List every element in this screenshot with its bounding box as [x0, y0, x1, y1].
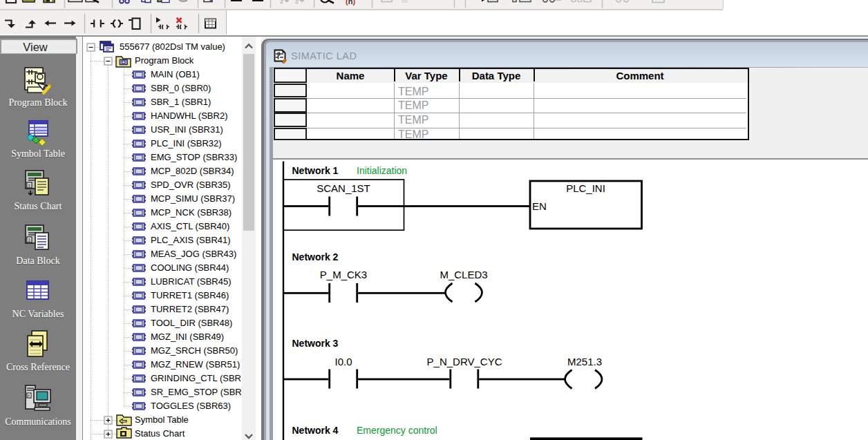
svg-text:P_M_CK3: P_M_CK3: [319, 269, 366, 280]
svg-text:Network 2: Network 2: [292, 251, 338, 262]
svg-text:M251.3: M251.3: [567, 355, 601, 367]
svg-text:Network 3: Network 3: [292, 338, 338, 349]
svg-text:SCAN_1ST: SCAN_1ST: [317, 182, 370, 193]
svg-text:8: 8: [28, 238, 31, 242]
svg-text:2: 2: [280, 0, 283, 5]
svg-text:M_CLED3: M_CLED3: [440, 269, 487, 280]
svg-text:(n): (n): [346, 0, 355, 6]
svg-text:EN: EN: [532, 200, 547, 211]
svg-text:Network 4: Network 4: [292, 425, 338, 436]
svg-text:Emergency control: Emergency control: [357, 425, 437, 436]
svg-text:2: 2: [295, 0, 299, 5]
svg-text:Network 1: Network 1: [292, 164, 338, 175]
svg-text:PLC_INI: PLC_INI: [566, 182, 605, 193]
svg-text:8: 8: [28, 183, 31, 188]
svg-text:55: 55: [402, 0, 408, 4]
svg-text:I0.0: I0.0: [334, 355, 352, 367]
svg-text:Initialization: Initialization: [357, 164, 407, 175]
svg-text:P_N_DRV_CYC: P_N_DRV_CYC: [426, 355, 502, 367]
